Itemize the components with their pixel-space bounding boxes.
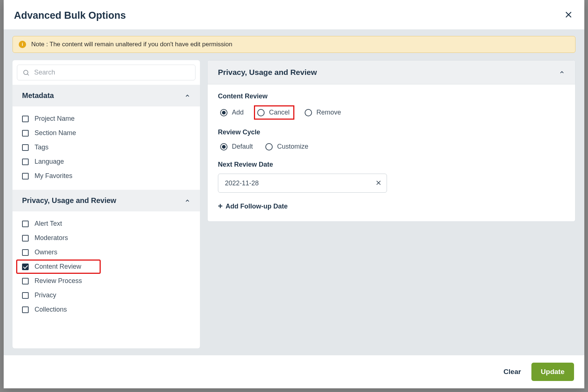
radio-default[interactable]: Default bbox=[218, 141, 255, 152]
checkbox-tags[interactable]: Tags bbox=[16, 140, 196, 155]
radio-icon bbox=[265, 143, 273, 150]
add-followup-label: Add Follow-up Date bbox=[226, 203, 288, 210]
checkbox-label: Collections bbox=[35, 306, 67, 313]
search-icon bbox=[22, 69, 30, 76]
chevron-up-icon bbox=[184, 198, 190, 204]
privacy-card: Privacy, Usage and Review Content Review… bbox=[207, 60, 576, 222]
radio-remove[interactable]: Remove bbox=[302, 107, 343, 118]
chevron-up-icon bbox=[184, 93, 190, 99]
checkbox-language[interactable]: Language bbox=[16, 155, 196, 169]
metadata-items: Project Name Section Name Tags Language … bbox=[12, 106, 200, 190]
content-review-radios: Add Cancel Remove bbox=[218, 105, 565, 120]
checkbox-content-review[interactable]: Content Review bbox=[16, 259, 101, 274]
checkbox-label: My Favorites bbox=[35, 172, 72, 180]
radio-label: Add bbox=[232, 109, 244, 116]
radio-cancel[interactable]: Cancel bbox=[254, 105, 294, 120]
svg-line-3 bbox=[28, 74, 29, 75]
privacy-card-header[interactable]: Privacy, Usage and Review bbox=[208, 61, 575, 84]
checkbox-icon bbox=[22, 264, 29, 270]
options-sidebar: Metadata Project Name Section Name Tags … bbox=[12, 60, 200, 348]
close-button[interactable] bbox=[563, 9, 574, 22]
checkbox-moderators[interactable]: Moderators bbox=[16, 231, 196, 245]
checkbox-privacy[interactable]: Privacy bbox=[16, 288, 196, 302]
checkbox-icon bbox=[22, 249, 29, 256]
privacy-card-title: Privacy, Usage and Review bbox=[218, 68, 317, 77]
checkbox-label: Language bbox=[35, 158, 64, 166]
next-review-date-input[interactable] bbox=[225, 179, 376, 187]
review-cycle-label: Review Cycle bbox=[218, 128, 565, 136]
checkbox-owners[interactable]: Owners bbox=[16, 245, 196, 259]
chevron-up-icon bbox=[559, 69, 565, 75]
checkbox-project-name[interactable]: Project Name bbox=[16, 112, 196, 126]
content-review-label: Content Review bbox=[218, 92, 565, 100]
checkbox-label: Content Review bbox=[35, 263, 81, 271]
clear-date-button[interactable] bbox=[376, 178, 381, 188]
advanced-bulk-options-modal: Advanced Bulk Options i Note : The conte… bbox=[4, 0, 584, 388]
modal-header: Advanced Bulk Options bbox=[4, 0, 584, 29]
checkbox-label: Alert Text bbox=[35, 220, 62, 228]
checkbox-label: Project Name bbox=[35, 115, 75, 123]
svg-point-2 bbox=[24, 70, 28, 75]
checkbox-label: Owners bbox=[35, 248, 57, 256]
radio-icon bbox=[220, 143, 227, 150]
checkbox-label: Review Process bbox=[35, 277, 82, 285]
checkbox-label: Section Name bbox=[35, 129, 76, 137]
note-text: Note : The content will remain unaltered… bbox=[31, 41, 232, 48]
section-header-metadata[interactable]: Metadata bbox=[12, 85, 200, 106]
details-panel: Privacy, Usage and Review Content Review… bbox=[207, 60, 576, 348]
sidebar-scroll[interactable]: Metadata Project Name Section Name Tags … bbox=[12, 85, 200, 348]
close-icon bbox=[376, 180, 381, 186]
permission-note: i Note : The content will remain unalter… bbox=[12, 36, 576, 53]
radio-label: Remove bbox=[316, 109, 341, 116]
add-followup-date-button[interactable]: + Add Follow-up Date bbox=[218, 201, 288, 212]
checkbox-icon bbox=[22, 235, 29, 242]
radio-label: Default bbox=[232, 143, 253, 150]
checkbox-icon bbox=[22, 144, 29, 151]
content-row: Metadata Project Name Section Name Tags … bbox=[12, 60, 576, 348]
section-title: Metadata bbox=[22, 91, 54, 100]
section-title: Privacy, Usage and Review bbox=[22, 196, 116, 205]
checkbox-icon bbox=[22, 159, 29, 165]
checkbox-icon bbox=[22, 306, 29, 313]
search-input[interactable] bbox=[34, 69, 190, 76]
radio-icon bbox=[257, 109, 265, 116]
radio-label: Customize bbox=[277, 143, 308, 150]
checkbox-icon bbox=[22, 221, 29, 227]
checkbox-review-process[interactable]: Review Process bbox=[16, 274, 196, 288]
update-button[interactable]: Update bbox=[531, 363, 574, 381]
next-review-date-label: Next Review Date bbox=[218, 161, 565, 168]
radio-label: Cancel bbox=[269, 109, 290, 116]
section-header-privacy[interactable]: Privacy, Usage and Review bbox=[12, 190, 200, 211]
clear-button[interactable]: Clear bbox=[503, 368, 521, 376]
checkbox-label: Privacy bbox=[35, 291, 56, 299]
radio-icon bbox=[220, 109, 227, 116]
review-cycle-radios: Default Customize bbox=[218, 141, 565, 152]
privacy-items: Alert Text Moderators Owners Content Rev… bbox=[12, 211, 200, 323]
checkbox-label: Moderators bbox=[35, 234, 68, 242]
checkbox-collections[interactable]: Collections bbox=[16, 302, 196, 317]
privacy-card-body: Content Review Add Cancel bbox=[208, 84, 575, 221]
search-box[interactable] bbox=[17, 65, 196, 80]
checkbox-label: Tags bbox=[35, 144, 49, 151]
next-review-date-field[interactable] bbox=[218, 174, 387, 193]
checkbox-alert-text[interactable]: Alert Text bbox=[16, 217, 196, 231]
modal-title: Advanced Bulk Options bbox=[14, 10, 126, 21]
radio-icon bbox=[305, 109, 312, 116]
checkbox-icon bbox=[22, 292, 29, 299]
info-icon: i bbox=[19, 41, 26, 48]
checkbox-icon bbox=[22, 173, 29, 179]
radio-customize[interactable]: Customize bbox=[263, 141, 311, 152]
modal-footer: Clear Update bbox=[4, 355, 584, 388]
checkbox-my-favorites[interactable]: My Favorites bbox=[16, 169, 196, 183]
checkbox-section-name[interactable]: Section Name bbox=[16, 126, 196, 140]
modal-body: i Note : The content will remain unalter… bbox=[4, 29, 584, 355]
search-wrap bbox=[12, 60, 200, 85]
checkbox-icon bbox=[22, 116, 29, 122]
plus-icon: + bbox=[218, 202, 223, 210]
radio-add[interactable]: Add bbox=[218, 107, 246, 118]
close-icon bbox=[564, 11, 573, 19]
checkbox-icon bbox=[22, 130, 29, 137]
checkbox-icon bbox=[22, 278, 29, 284]
